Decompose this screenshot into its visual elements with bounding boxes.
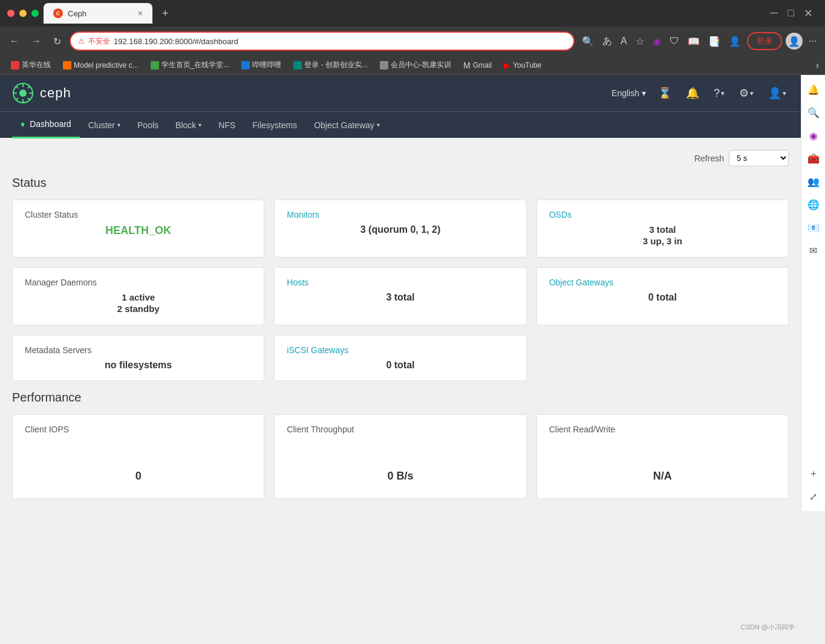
- refresh-button[interactable]: ↻: [50, 33, 65, 50]
- search-icon[interactable]: 🔍: [579, 33, 596, 50]
- svg-line-7: [28, 98, 30, 100]
- svg-line-8: [28, 86, 30, 88]
- nav-item-nfs[interactable]: NFS: [210, 112, 244, 138]
- address-bar[interactable]: ⚠ 不安全 192.168.190.200:8000/#/dashboard: [70, 31, 575, 51]
- language-dropdown-icon: ▾: [642, 88, 646, 98]
- bookmark-bilibili-icon: [241, 61, 250, 70]
- status-row-1: Cluster Status HEALTH_OK Monitors 3 (quo…: [12, 200, 789, 258]
- hourglass-button[interactable]: ⌛: [656, 84, 674, 102]
- window-max-btn[interactable]: [31, 10, 39, 17]
- nav-item-cluster[interactable]: Cluster ▾: [80, 112, 129, 138]
- refresh-label: Refresh: [694, 154, 724, 163]
- settings-button[interactable]: ⚙ ▾: [737, 84, 756, 102]
- bookmark-model-icon: [63, 61, 71, 70]
- osds-total: 3 total: [549, 224, 776, 235]
- client-readwrite-value: N/A: [549, 458, 776, 489]
- browser-tab-ceph[interactable]: C Ceph ×: [44, 3, 152, 24]
- tab-title: Ceph: [68, 9, 86, 18]
- refresh-interval-select[interactable]: 5 s 1 s 10 s 30 s No refresh: [729, 150, 789, 166]
- notifications-button[interactable]: 🔔: [683, 84, 702, 102]
- font-icon[interactable]: A: [618, 33, 630, 49]
- nav-item-block[interactable]: Block ▾: [167, 112, 210, 138]
- more-options-icon[interactable]: ···: [806, 33, 819, 49]
- client-readwrite-card: Client Read/Write N/A: [536, 414, 789, 499]
- nav-item-dashboard[interactable]: ♦ Dashboard: [12, 112, 80, 138]
- star-icon[interactable]: ☆: [633, 33, 647, 50]
- svg-point-1: [19, 89, 27, 97]
- close-icon[interactable]: ✕: [804, 7, 813, 20]
- bookmark-student[interactable]: 学生首页_在线学堂...: [146, 58, 235, 72]
- right-panel-search-icon[interactable]: 🔍: [804, 103, 823, 122]
- client-readwrite-label: Client Read/Write: [549, 424, 776, 434]
- bookmark-member[interactable]: 会员中心-凯康实训: [375, 58, 456, 72]
- right-panel-ai-icon[interactable]: ◉: [804, 126, 823, 145]
- shield-icon[interactable]: 🛡: [667, 33, 682, 49]
- tab-close-btn[interactable]: ×: [138, 8, 143, 18]
- svg-line-6: [16, 86, 18, 88]
- bookmark-youtube[interactable]: ▶ YouTube: [499, 59, 546, 72]
- user-button[interactable]: 👤 ▾: [766, 84, 789, 102]
- nav-item-filesystems[interactable]: Filesystems: [244, 112, 305, 138]
- nav-pools-label: Pools: [137, 120, 158, 130]
- iscsi-gateways-value: 0 total: [287, 360, 514, 371]
- bookmark-yinghua-icon: [11, 61, 19, 70]
- status-section: Status Cluster Status HEALTH_OK Monitors…: [12, 176, 789, 381]
- url-text[interactable]: 192.168.190.200:8000/#/dashboard: [114, 37, 566, 46]
- performance-grid: Client IOPS 0 Client Throughput 0 B/s Cl…: [12, 414, 789, 499]
- right-panel-notification-icon[interactable]: 🔔: [804, 80, 823, 99]
- client-iops-card: Client IOPS 0: [12, 414, 264, 499]
- profile-icon[interactable]: 👤: [726, 33, 743, 50]
- user-avatar-icon[interactable]: 👤: [786, 33, 803, 50]
- maximize-icon[interactable]: □: [788, 7, 794, 20]
- bookmarks-more-btn[interactable]: ›: [816, 60, 819, 71]
- right-panel-add-btn[interactable]: ＋: [804, 464, 823, 483]
- bookmark-bilibili[interactable]: 哔哩哔哩: [236, 58, 286, 72]
- svg-line-9: [16, 98, 18, 100]
- cluster-status-label: Cluster Status: [25, 210, 252, 220]
- performance-title: Performance: [12, 391, 789, 405]
- osds-value: 3 total 3 up, 3 in: [549, 224, 776, 246]
- nav-item-object-gateway[interactable]: Object Gateway ▾: [305, 112, 388, 138]
- insecure-label: 不安全: [88, 36, 110, 47]
- collection-icon[interactable]: 📑: [706, 33, 723, 50]
- status-title: Status: [12, 176, 789, 190]
- settings-dropdown-icon: ▾: [750, 89, 754, 97]
- iscsi-gateways-label[interactable]: iSCSI Gateways: [287, 345, 514, 355]
- window-min-btn[interactable]: [19, 10, 27, 17]
- help-dropdown-icon: ▾: [721, 89, 725, 97]
- reader-icon[interactable]: 📖: [685, 33, 702, 50]
- nav-dashboard-label: Dashboard: [30, 119, 71, 129]
- ceph-navigation: ♦ Dashboard Cluster ▾ Pools Block ▾ NFS …: [0, 111, 801, 138]
- window-close-btn[interactable]: [7, 10, 15, 17]
- right-panel-people-icon[interactable]: 👥: [804, 172, 823, 191]
- object-gateways-card: Object Gateways 0 total: [536, 267, 789, 325]
- monitors-label[interactable]: Monitors: [287, 210, 514, 220]
- back-button[interactable]: ←: [6, 33, 23, 49]
- right-panel-expand-icon[interactable]: ⤢: [804, 487, 823, 506]
- bookmark-model[interactable]: Model predictive c...: [58, 59, 143, 71]
- nav-item-pools[interactable]: Pools: [129, 112, 167, 138]
- help-button[interactable]: ? ▾: [711, 85, 727, 102]
- object-gateways-label[interactable]: Object Gateways: [549, 278, 776, 287]
- cluster-dropdown-icon: ▾: [117, 122, 120, 128]
- bookmark-yinghua[interactable]: 英华在线: [6, 58, 56, 72]
- right-panel-outlook-icon[interactable]: 📧: [804, 218, 823, 237]
- metadata-servers-card: Metadata Servers no filesystems: [12, 335, 264, 381]
- bookmark-gmail[interactable]: M Gmail: [458, 59, 497, 72]
- right-panel-tools-icon[interactable]: 🧰: [804, 149, 823, 168]
- translate-icon[interactable]: あ: [600, 33, 615, 50]
- language-selector[interactable]: English ▾: [611, 88, 646, 98]
- login-button[interactable]: 登录: [747, 32, 782, 50]
- ai-icon[interactable]: ◉: [650, 33, 664, 50]
- osds-card: OSDs 3 total 3 up, 3 in: [536, 200, 789, 258]
- hosts-label[interactable]: Hosts: [287, 278, 514, 287]
- block-dropdown-icon: ▾: [198, 122, 201, 128]
- forward-button[interactable]: →: [28, 33, 45, 49]
- metadata-servers-value: no filesystems: [25, 360, 252, 371]
- osds-label[interactable]: OSDs: [549, 210, 776, 220]
- right-panel-globe-icon[interactable]: 🌐: [804, 195, 823, 214]
- new-tab-btn[interactable]: +: [157, 5, 174, 22]
- right-panel-feather-icon[interactable]: ✉: [804, 241, 823, 260]
- bookmark-login[interactable]: 登录 - 创新创业实...: [289, 58, 373, 72]
- minimize-icon[interactable]: ─: [770, 7, 778, 20]
